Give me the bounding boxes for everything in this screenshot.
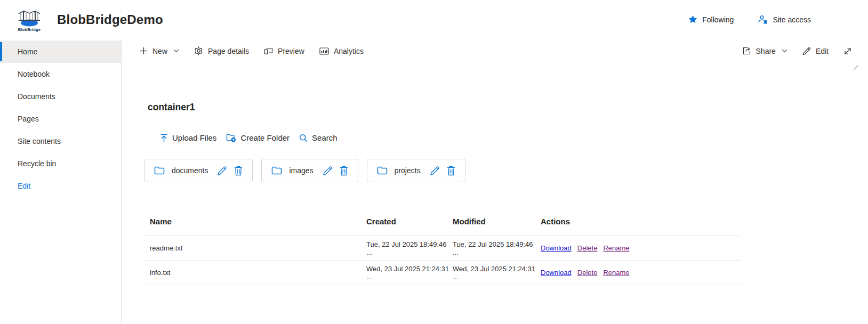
column-header-actions: Actions (541, 217, 741, 226)
delete-folder-button[interactable] (447, 166, 455, 176)
sidebar-item-documents[interactable]: Documents (0, 85, 121, 108)
create-folder-label: Create Folder (240, 133, 290, 142)
sidebar-item-label: Documents (18, 92, 55, 101)
download-link[interactable]: Download (541, 244, 572, 252)
main-content: New Page details (122, 39, 868, 324)
page-details-button[interactable]: Page details (194, 46, 249, 55)
folder-icon (154, 166, 165, 175)
file-table: Name Created Modified Actions readme.txt… (144, 207, 741, 285)
chevron-down-icon (782, 49, 787, 53)
share-icon (742, 46, 751, 55)
sidebar-nav: Home Notebook Documents Pages Site conte… (0, 39, 122, 324)
sidebar-item-label: Pages (18, 115, 39, 123)
chevron-down-icon (173, 49, 179, 53)
file-created: Tue, 22 Jul 2025 18:49:46 ... (366, 240, 453, 256)
following-label: Following (702, 15, 734, 24)
people-icon (758, 15, 768, 24)
upload-icon (160, 134, 168, 142)
delete-link[interactable]: Delete (577, 244, 598, 252)
share-button[interactable]: Share (742, 46, 787, 55)
file-created: Wed, 23 Jul 2025 21:24:31 ... (366, 265, 453, 281)
folder-cards: documents (144, 159, 868, 182)
app-window: BlobBridge BlobBridgeDemo Following (0, 0, 868, 324)
delete-folder-button[interactable] (340, 166, 348, 176)
sidebar-item-label: Home (18, 47, 37, 56)
delete-folder-button[interactable] (234, 166, 243, 176)
command-bar-right: Share Edit (742, 46, 852, 55)
expand-diagonal-icon (843, 47, 852, 55)
gear-icon (194, 46, 203, 55)
analytics-icon (319, 47, 329, 55)
folder-name: documents (172, 166, 208, 175)
trash-icon (234, 166, 243, 176)
container-title: container1 (148, 102, 868, 113)
column-header-name: Name (150, 217, 366, 226)
plus-icon (140, 47, 148, 55)
rename-folder-button[interactable] (430, 166, 440, 176)
following-button[interactable]: Following (688, 15, 734, 24)
sidebar-item-label: Notebook (18, 70, 50, 78)
bridge-logo-icon (18, 7, 41, 27)
page-details-label: Page details (208, 47, 249, 55)
trash-icon (447, 166, 455, 176)
folder-icon (377, 166, 388, 175)
site-header: BlobBridge BlobBridgeDemo Following (0, 0, 868, 39)
trash-icon (340, 166, 348, 176)
sidebar-item-pages[interactable]: Pages (0, 108, 121, 130)
folder-card-documents[interactable]: documents (144, 159, 253, 182)
folder-name: projects (395, 166, 421, 175)
site-logo[interactable]: BlobBridge (14, 4, 44, 35)
analytics-label: Analytics (334, 47, 364, 55)
sidebar-item-recycle-bin[interactable]: Recycle bin (0, 152, 121, 175)
star-icon (688, 15, 697, 24)
analytics-button[interactable]: Analytics (319, 47, 364, 55)
expand-button[interactable] (843, 47, 852, 55)
table-header-row: Name Created Modified Actions (144, 207, 741, 236)
header-actions: Following Site access (688, 15, 868, 24)
preview-label: Preview (278, 47, 304, 55)
row-actions: Download Delete Rename (541, 269, 741, 277)
upload-files-label: Upload Files (172, 133, 216, 142)
create-folder-button[interactable]: Create Folder (226, 133, 290, 142)
page-body: Home Notebook Documents Pages Site conte… (0, 39, 868, 324)
delete-link[interactable]: Delete (577, 269, 598, 277)
download-link[interactable]: Download (541, 269, 572, 277)
sidebar-edit-link[interactable]: Edit (0, 175, 121, 197)
column-header-modified: Modified (453, 217, 541, 226)
site-title: BlobBridgeDemo (57, 12, 163, 27)
search-button[interactable]: Search (299, 133, 337, 142)
rename-folder-button[interactable] (217, 166, 227, 176)
folder-icon (271, 166, 282, 175)
sidebar-edit-label: Edit (18, 182, 30, 190)
rename-link[interactable]: Rename (603, 269, 629, 277)
site-access-label: Site access (773, 15, 811, 24)
sidebar-item-notebook[interactable]: Notebook (0, 63, 121, 85)
edit-page-button[interactable]: Edit (802, 47, 829, 55)
column-header-created: Created (366, 217, 453, 226)
sidebar-item-home[interactable]: Home (0, 40, 121, 63)
upload-files-button[interactable]: Upload Files (160, 133, 216, 142)
sidebar-item-label: Recycle bin (18, 159, 56, 168)
rename-folder-button[interactable] (323, 166, 333, 176)
sidebar-item-label: Site contents (18, 137, 61, 145)
site-access-button[interactable]: Site access (758, 15, 811, 24)
file-modified: Wed, 23 Jul 2025 21:24:31 ... (453, 265, 541, 281)
search-label: Search (312, 133, 337, 142)
share-label: Share (756, 47, 776, 55)
table-row: readme.txt Tue, 22 Jul 2025 18:49:46 ...… (144, 236, 741, 261)
pencil-icon (802, 47, 811, 55)
folder-name: images (289, 166, 313, 175)
folder-card-projects[interactable]: projects (367, 159, 465, 182)
preview-icon (264, 46, 273, 55)
pencil-icon (430, 166, 440, 176)
logo-label: BlobBridge (18, 27, 41, 32)
folder-card-images[interactable]: images (261, 159, 358, 182)
preview-button[interactable]: Preview (264, 46, 304, 55)
sidebar-item-site-contents[interactable]: Site contents (0, 130, 121, 152)
table-row: info.txt Wed, 23 Jul 2025 21:24:31 ... W… (144, 261, 741, 285)
pencil-icon (323, 166, 333, 176)
new-button[interactable]: New (140, 47, 179, 55)
file-name: readme.txt (150, 244, 366, 252)
edit-page-label: Edit (816, 47, 829, 55)
rename-link[interactable]: Rename (603, 244, 629, 252)
